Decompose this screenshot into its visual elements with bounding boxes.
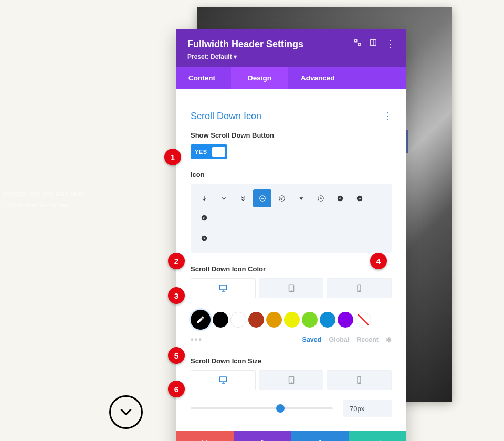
tab-content[interactable]: Content	[176, 67, 231, 89]
color-field-label: Scroll Down Icon Color	[191, 265, 392, 273]
panel-header: Fullwidth Header Settings Preset: Defaul…	[176, 29, 406, 67]
annotation-3: 3	[168, 287, 185, 304]
scroll-down-preview-icon	[109, 395, 143, 429]
background-text: settings. You can also style CSS to this…	[0, 188, 97, 211]
icon-option-circle-arrow[interactable]	[311, 189, 330, 207]
icon-option-arrow-down[interactable]	[195, 189, 213, 207]
annotation-1: 1	[164, 149, 181, 165]
device-tab-desktop-size[interactable]	[191, 370, 256, 390]
icon-option-chevron[interactable]	[214, 189, 233, 207]
icon-option-circle-filled-double[interactable]	[195, 208, 213, 227]
icon-option-circle-double[interactable]	[272, 189, 291, 207]
device-tab-phone-size[interactable]	[327, 370, 392, 390]
svg-point-8	[356, 195, 362, 201]
device-tab-tablet-color[interactable]	[259, 278, 324, 298]
swatch-none[interactable]	[355, 312, 371, 328]
annotation-2: 2	[168, 253, 185, 269]
size-field-label: Scroll Down Icon Size	[191, 357, 392, 365]
swatch-red[interactable]	[248, 312, 264, 328]
annotation-5: 5	[168, 347, 185, 364]
expand-icon[interactable]	[354, 39, 361, 48]
swatch-white[interactable]	[230, 312, 246, 328]
color-device-tabs	[191, 278, 392, 298]
swatch-yellow[interactable]	[284, 312, 300, 328]
section-title: Scroll Down Icon	[191, 111, 261, 122]
cancel-button[interactable]	[176, 431, 234, 441]
panel-footer	[176, 431, 406, 441]
settings-panel: Fullwidth Header Settings Preset: Defaul…	[176, 29, 406, 441]
palette-tab-saved[interactable]: Saved	[302, 336, 322, 343]
chevron-down-icon	[119, 405, 133, 419]
svg-rect-1	[358, 43, 360, 45]
svg-rect-11	[219, 285, 227, 290]
palette-settings-icon[interactable]: ✱	[386, 336, 392, 344]
svg-rect-0	[355, 40, 357, 42]
color-swatches	[191, 310, 392, 330]
eyedropper-button[interactable]	[191, 310, 211, 330]
redo-button[interactable]	[291, 431, 349, 441]
icon-option-circle-filled-chevron[interactable]	[350, 189, 369, 207]
device-tab-phone-color[interactable]	[327, 278, 392, 298]
swatch-orange[interactable]	[266, 312, 282, 328]
panel-title: Fullwidth Header Settings	[187, 39, 303, 50]
device-tab-desktop-color[interactable]	[191, 278, 256, 298]
icon-option-caret[interactable]	[292, 189, 310, 207]
more-icon[interactable]: ⋮	[385, 39, 395, 48]
icon-option-circle-filled-arrow[interactable]	[331, 189, 349, 207]
size-slider[interactable]	[191, 407, 333, 410]
icon-option-circle-filled-caret[interactable]	[195, 229, 213, 247]
tab-design[interactable]: Design	[231, 67, 288, 89]
size-device-tabs	[191, 370, 392, 390]
icon-option-circle-chevron-selected[interactable]	[253, 189, 271, 207]
show-scroll-label: Show Scroll Down Button	[191, 131, 392, 139]
palette-more-icon[interactable]: •••	[191, 335, 203, 344]
slider-thumb[interactable]	[276, 404, 285, 413]
section-menu-icon[interactable]: ⋮	[383, 110, 392, 122]
annotation-4: 4	[370, 253, 387, 269]
swatch-black[interactable]	[213, 312, 228, 328]
toggle-text: YES	[195, 149, 207, 155]
layout-icon[interactable]	[370, 39, 377, 48]
icon-field-label: Icon	[191, 171, 392, 178]
annotation-6: 6	[168, 381, 185, 397]
panel-right-marker	[406, 130, 408, 153]
palette-tab-recent[interactable]: Recent	[356, 336, 379, 343]
show-scroll-toggle[interactable]: YES	[191, 144, 227, 159]
tab-bar: Content Design Advanced	[176, 67, 406, 89]
undo-button[interactable]	[234, 431, 291, 441]
icon-picker-grid	[191, 184, 392, 253]
palette-tab-global[interactable]: Global	[329, 336, 349, 343]
swatch-blue[interactable]	[320, 312, 335, 328]
save-button[interactable]	[349, 431, 406, 441]
swatch-purple[interactable]	[338, 312, 353, 328]
swatch-green[interactable]	[302, 312, 318, 328]
toggle-knob	[212, 147, 225, 157]
tab-advanced[interactable]: Advanced	[288, 67, 406, 89]
preset-dropdown[interactable]: Preset: Default ▾	[187, 53, 303, 60]
device-tab-tablet-size[interactable]	[259, 370, 324, 390]
size-input[interactable]	[343, 400, 392, 417]
icon-option-double-chevron[interactable]	[234, 189, 252, 207]
svg-rect-18	[219, 377, 227, 382]
svg-point-4	[259, 195, 265, 201]
